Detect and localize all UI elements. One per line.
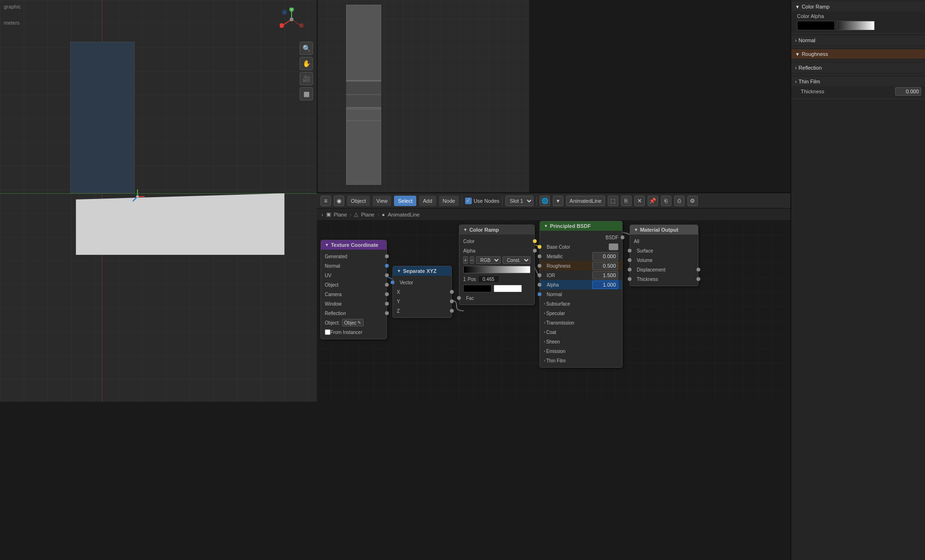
roughness-socket[interactable] xyxy=(538,264,541,268)
y-socket[interactable] xyxy=(450,299,454,303)
breadcrumb-material[interactable]: AnimatedLine xyxy=(388,212,420,217)
window-socket[interactable] xyxy=(385,302,389,306)
surface-in-socket[interactable] xyxy=(628,249,632,253)
grid-btn[interactable]: ▦ xyxy=(300,87,313,100)
base-color-swatch[interactable] xyxy=(609,244,618,250)
color-ramp-node[interactable]: ▼ Color Ramp Color Alpha + − RGB xyxy=(459,225,535,305)
browse-material-btn[interactable]: ⎘ xyxy=(621,196,632,206)
obj-selector-box[interactable]: Objec ✎ xyxy=(342,319,364,326)
select-menu-btn[interactable]: Select xyxy=(394,196,416,206)
ior-value[interactable]: 1.500 xyxy=(592,271,618,280)
camera-btn[interactable]: 🎥 xyxy=(300,72,313,85)
collapse-arrow[interactable]: ▼ xyxy=(325,243,329,247)
thin-film-expand[interactable]: › xyxy=(544,358,545,363)
reflection-socket[interactable] xyxy=(385,311,389,315)
color-out-socket[interactable] xyxy=(533,239,537,243)
world-icon-btn[interactable]: 🌐 xyxy=(540,196,550,206)
swatch-black[interactable] xyxy=(463,285,492,292)
color-ramp-bar[interactable] xyxy=(463,266,531,273)
zoom-btn[interactable]: 🔍 xyxy=(300,42,313,55)
generated-socket[interactable] xyxy=(385,254,389,258)
metallic-socket[interactable] xyxy=(538,254,541,258)
normal-label: Normal xyxy=(325,263,340,269)
swatch-gradient[interactable] xyxy=(837,21,875,30)
node-row-vector: Vector xyxy=(393,278,451,287)
alpha-value[interactable]: 1.000 xyxy=(592,280,618,289)
transmission-expand[interactable]: › xyxy=(544,320,545,325)
breadcrumb-plane1[interactable]: Plane xyxy=(334,212,347,217)
material-output-node[interactable]: ▼ Material Output All Surface Volume Dis… xyxy=(630,225,698,286)
left-viewport[interactable]: graphic meters Y xyxy=(0,0,317,402)
breadcrumb-plane2[interactable]: Plane xyxy=(361,212,374,217)
sheen-expand[interactable]: › xyxy=(544,339,545,344)
roughness-value[interactable]: 0.500 xyxy=(592,262,618,270)
ior-socket[interactable] xyxy=(538,273,541,277)
nav-gizmo[interactable]: Y xyxy=(280,8,303,31)
swatch-dark[interactable] xyxy=(797,21,835,30)
x-socket[interactable] xyxy=(450,290,454,294)
view-menu-btn[interactable]: View xyxy=(373,196,392,206)
right-viewport[interactable] xyxy=(317,0,529,192)
bsdf-out-socket[interactable] xyxy=(621,235,624,239)
slot-dropdown[interactable]: Slot 1 xyxy=(505,196,533,206)
thickness-prop-value[interactable]: 0.000 xyxy=(895,87,921,96)
normal-in-socket[interactable] xyxy=(538,292,541,296)
alpha-out-socket[interactable] xyxy=(533,249,537,253)
swatch-white[interactable] xyxy=(494,285,522,292)
dropdown-icon-btn[interactable]: ▾ xyxy=(553,196,563,206)
subsurface-expand[interactable]: › xyxy=(544,301,545,306)
thickness-in-socket[interactable] xyxy=(628,277,632,281)
thin-film-header[interactable]: › Thin Film xyxy=(791,77,925,86)
pan-btn[interactable]: ✋ xyxy=(300,57,313,70)
copy-btn[interactable]: ⎗ xyxy=(661,196,671,206)
normal-header[interactable]: › Normal xyxy=(791,36,925,45)
color-ramp-controls: + − RGB Const. xyxy=(459,255,534,265)
mode-icon-btn[interactable]: ◉ xyxy=(334,196,344,206)
add-menu-btn[interactable]: Add xyxy=(419,196,436,206)
settings-btn[interactable]: ⚙ xyxy=(687,196,698,206)
material-name[interactable]: AnimatedLine xyxy=(566,196,604,206)
uv-socket[interactable] xyxy=(385,273,389,277)
volume-in-socket[interactable] xyxy=(628,258,632,262)
node-row-thickness-in: Thickness xyxy=(630,274,698,284)
fac-in-socket[interactable] xyxy=(457,296,461,300)
specular-expand[interactable]: › xyxy=(544,311,545,316)
normal-socket[interactable] xyxy=(385,264,389,268)
z-socket[interactable] xyxy=(450,309,454,313)
vector-in-socket[interactable] xyxy=(391,280,394,284)
use-nodes-checkbox[interactable]: ✓ Use Nodes xyxy=(465,198,499,204)
pos-input[interactable] xyxy=(478,275,499,283)
alpha-socket[interactable] xyxy=(538,283,541,287)
principled-collapse[interactable]: ▼ xyxy=(544,224,548,228)
displacement-in-socket[interactable] xyxy=(628,268,632,271)
color-ramp-section-header[interactable]: ▼ Color Ramp xyxy=(791,2,925,11)
emission-expand[interactable]: › xyxy=(544,349,545,353)
metallic-value[interactable]: 0.000 xyxy=(592,252,618,261)
camera-socket[interactable] xyxy=(385,292,389,296)
roughness-header[interactable]: ▼ Roughness xyxy=(791,49,925,59)
separate-xyz-node[interactable]: ▼ Separate XYZ Vector X Y Z xyxy=(393,266,452,318)
menu-icon-btn[interactable]: ≡ xyxy=(321,196,331,206)
sep-collapse[interactable]: ▼ xyxy=(397,269,401,273)
add-stop-btn[interactable]: + xyxy=(463,256,468,264)
matout-collapse[interactable]: ▼ xyxy=(634,227,638,232)
node-menu-btn[interactable]: Node xyxy=(439,196,459,206)
colorramp-collapse[interactable]: ▼ xyxy=(463,227,467,232)
texture-coordinate-node[interactable]: ▼ Texture Coordinate Generated Normal UV… xyxy=(321,240,387,339)
reflection-header[interactable]: › Reflection xyxy=(791,63,925,72)
principled-bsdf-node[interactable]: ▼ Principled BSDF BSDF Base Color xyxy=(540,221,623,368)
paste-btn[interactable]: ⎙ xyxy=(674,196,685,206)
remove-stop-btn[interactable]: − xyxy=(470,256,475,264)
base-color-socket[interactable] xyxy=(538,245,541,249)
interp-mode-select[interactable]: Const. xyxy=(503,256,531,264)
node-row-camera: Camera xyxy=(321,289,386,299)
pin-btn[interactable]: 📌 xyxy=(648,196,658,206)
close-material-btn[interactable]: ✕ xyxy=(634,196,645,206)
object-socket[interactable] xyxy=(385,283,389,287)
node-row-from-instancer[interactable]: From Instancer xyxy=(321,327,386,337)
new-material-btn[interactable]: ⬚ xyxy=(608,196,618,206)
rgb-mode-select[interactable]: RGB xyxy=(476,256,501,264)
object-menu-btn[interactable]: Object xyxy=(347,196,370,206)
from-instancer-checkbox[interactable] xyxy=(325,329,330,335)
coat-expand[interactable]: › xyxy=(544,330,545,334)
